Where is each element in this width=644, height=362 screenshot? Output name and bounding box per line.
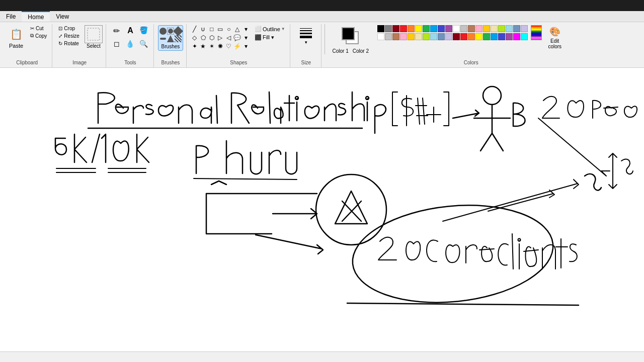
shape-arrow-left[interactable]: ◁ [225,34,233,42]
shape-more3[interactable]: ▾ [242,42,250,50]
swatch-yellow[interactable] [415,25,422,32]
swatch2-18[interactable] [513,33,520,40]
swatch-orange[interactable] [408,25,415,32]
swatch-gold[interactable] [483,25,490,32]
shape-star6[interactable]: ✶ [208,42,216,50]
select-preview [85,25,103,43]
swatch2-10[interactable] [453,33,460,40]
shape-star4[interactable]: ✦ [191,42,199,50]
swatch-purple[interactable] [445,25,452,32]
resize-button[interactable]: ⤢ Resize [56,33,82,39]
group-colors: 🎨 Edit colors Colors [374,24,568,67]
shape-hexagon[interactable]: ⬡ [208,34,216,42]
cut-button[interactable]: ✂ Cut [28,25,49,32]
shape-burst4[interactable]: ✺ [216,42,224,50]
canvas-area[interactable] [0,68,644,351]
text-button[interactable]: A [124,25,137,38]
rainbow-swatch[interactable] [531,25,542,40]
shape-heart[interactable]: ♡ [225,42,233,50]
eraser-button[interactable]: ◻ [110,39,123,52]
shape-pentagon[interactable]: ⬠ [199,34,207,42]
shape-arrow-more[interactable]: ▾ [242,25,250,33]
size-line-1 [300,28,312,29]
group-tools: ✏ A 🪣 ◻ 💧 🔍 [107,24,154,67]
color-row-2 [377,33,528,40]
paste-button[interactable]: 📋 Paste [5,25,27,50]
pencil-button[interactable]: ✏ [110,25,123,38]
swatch2-8[interactable] [438,33,445,40]
color1-box[interactable] [342,27,355,40]
swatch-green[interactable] [423,25,430,32]
swatch-lavender[interactable] [521,25,528,32]
color-picker-icon: 💧 [126,40,134,48]
shape-arrow-right[interactable]: ▷ [216,34,224,42]
swatch-lightgray[interactable] [460,25,467,32]
shape-lightning[interactable]: ⚡ [233,42,242,50]
rotate-button[interactable]: ↻ Rotate [56,40,82,47]
swatch-pink[interactable] [475,25,482,32]
swatch-red[interactable] [400,25,407,32]
shapes-grid: ╱ ∪ □ ▭ ○ △ ▾ ◇ ⬠ ⬡ ▷ ◁ 💬 ▾ ✦ [191,25,250,50]
brushes-button[interactable]: Brushes [158,25,183,51]
shape-rect[interactable]: □ [208,25,216,33]
swatch2-1[interactable] [385,33,392,40]
magnify-button[interactable]: 🔍 [137,39,150,52]
outline-dropdown[interactable]: ⬜ Outline ▼ [253,25,287,33]
tab-home[interactable]: Home [22,11,50,22]
crop-button[interactable]: ⊡ Crop [56,25,82,32]
swatch-darkblue[interactable] [438,25,445,32]
shape-ellipse[interactable]: ○ [225,25,233,33]
swatch2-12[interactable] [468,33,475,40]
size-line-2 [300,30,312,31]
text-icon: A [127,26,133,35]
swatch2-4[interactable] [408,33,415,40]
swatch2-15[interactable] [491,33,498,40]
swatch2-19[interactable] [521,33,528,40]
swatch2-13[interactable] [475,33,482,40]
shape-triangle[interactable]: △ [233,25,242,33]
swatch-white[interactable] [453,25,460,32]
shape-line[interactable]: ╱ [191,25,199,33]
shape-rect-rounded[interactable]: ▭ [216,25,224,33]
swatch2-7[interactable] [430,33,437,40]
svg-rect-0 [88,28,100,40]
size-line-3 [300,33,312,34]
shape-star5[interactable]: ★ [199,42,207,50]
shape-callout[interactable]: 💬 [233,34,242,42]
swatch-skyblue[interactable] [506,25,513,32]
color-picker-button[interactable]: 💧 [124,39,137,52]
swatch-lime[interactable] [498,25,505,32]
swatch-lightblue[interactable] [430,25,437,32]
swatch2-5[interactable] [415,33,422,40]
swatch-darkred[interactable] [392,25,399,32]
ribbon-tabs: File Home View [0,11,644,22]
shape-curve[interactable]: ∪ [199,25,207,33]
swatch2-14[interactable] [483,33,490,40]
drawing-canvas[interactable] [0,68,644,351]
swatch2-0[interactable] [377,33,384,40]
swatch-gray[interactable] [385,25,392,32]
swatch-slate[interactable] [513,25,520,32]
swatch-brown[interactable] [468,25,475,32]
group-color-selectors: Color 1 Color 2 [328,24,373,67]
swatch2-6[interactable] [423,33,430,40]
fill-button[interactable]: 🪣 [137,25,150,38]
shape-diamond[interactable]: ◇ [191,34,199,42]
swatch2-2[interactable] [392,33,399,40]
edit-colors-button[interactable]: 🎨 [548,25,561,38]
size-button[interactable]: ▼ [296,25,316,46]
tab-view[interactable]: View [50,11,75,22]
color-palette [377,25,528,40]
copy-button[interactable]: ⧉ Copy [28,32,49,39]
swatch2-9[interactable] [445,33,452,40]
brush-preview-5 [167,35,174,42]
swatch2-3[interactable] [400,33,407,40]
fill-dropdown[interactable]: ⬛ Fill ▾ [253,34,287,41]
swatch2-17[interactable] [506,33,513,40]
tab-file[interactable]: File [0,11,22,22]
swatch2-16[interactable] [498,33,505,40]
swatch-black[interactable] [377,25,384,32]
shape-more2[interactable]: ▾ [242,34,250,42]
swatch-cream[interactable] [491,25,498,32]
swatch2-11[interactable] [460,33,467,40]
